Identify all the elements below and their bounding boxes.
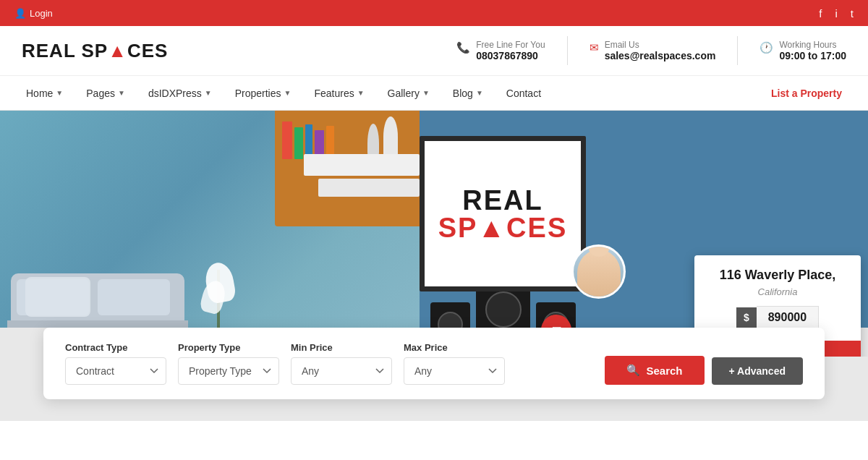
nav-features-label: Features	[314, 88, 354, 99]
contract-type-field: Contract Type Contract	[65, 342, 166, 385]
hero-frame-real: REAL	[462, 187, 542, 214]
price-currency: $	[736, 307, 757, 328]
nav-blog[interactable]: Blog ▼	[441, 76, 495, 111]
chevron-down-icon: ▼	[118, 89, 125, 97]
min-price-select[interactable]: Any	[291, 357, 392, 385]
nav-list-property-label: List a Property	[771, 88, 842, 99]
nav-properties[interactable]: Properties ▼	[224, 76, 303, 111]
shelf-decoration	[275, 111, 420, 226]
chevron-down-icon: ▼	[357, 89, 365, 97]
nav-contact-label: Contact	[506, 88, 541, 99]
nav-gallery-label: Gallery	[388, 88, 420, 99]
nav-pages[interactable]: Pages ▼	[75, 76, 137, 111]
main-nav: Home ▼ Pages ▼ dsIDXPress ▼ Properties ▼…	[0, 76, 868, 111]
avatar	[571, 244, 626, 299]
login-button[interactable]: 👤 Login	[14, 8, 53, 19]
search-icon: 🔍	[626, 364, 640, 377]
chevron-down-icon: ▼	[422, 89, 430, 97]
social-links: f i t	[819, 7, 854, 20]
chevron-down-icon: ▼	[476, 89, 483, 97]
nav-blog-label: Blog	[453, 88, 473, 99]
hero-left-bg	[0, 111, 420, 357]
hero-frame: REAL SP▲CES	[420, 136, 586, 291]
search-button[interactable]: 🔍 Search	[605, 356, 704, 385]
freeline-label: Free Line For You	[476, 40, 545, 50]
max-price-label: Max Price	[404, 342, 505, 353]
header: REAL SP▲CES 📞 Free Line For You 08037867…	[0, 26, 868, 76]
nav-pages-label: Pages	[86, 88, 115, 99]
chevron-down-icon: ▼	[56, 89, 63, 97]
property-type-label: Property Type	[178, 342, 279, 353]
hours-contact: 🕐 Working Hours 09:00 to 17:00	[760, 40, 846, 61]
nav-dsidxpress[interactable]: dsIDXPress ▼	[137, 76, 224, 111]
user-icon: 👤	[14, 8, 26, 19]
max-price-select[interactable]: Any	[404, 357, 505, 385]
max-price-field: Max Price Any	[404, 342, 505, 385]
property-type-field: Property Type Property Type	[178, 342, 279, 385]
min-price-label: Min Price	[291, 342, 392, 353]
property-location: California	[706, 286, 849, 297]
min-price-field: Min Price Any	[291, 342, 392, 385]
contact-divider-2	[737, 36, 738, 65]
nav-properties-label: Properties	[235, 88, 281, 99]
freeline-number: 08037867890	[476, 50, 545, 61]
nav-home[interactable]: Home ▼	[14, 76, 75, 111]
header-contact: 📞 Free Line For You 08037867890 ✉ Email …	[456, 36, 846, 65]
property-price: $ 890000	[706, 306, 849, 329]
clock-icon: 🕐	[760, 41, 773, 54]
freeline-contact: 📞 Free Line For You 08037867890	[456, 40, 545, 61]
twitter-icon[interactable]: t	[851, 7, 854, 20]
email-label: Email Us	[605, 40, 716, 50]
hero-section: REAL SP▲CES ✉ 116 Waverly Place, Califor…	[0, 111, 868, 357]
hours-label: Working Hours	[779, 40, 846, 50]
nav-gallery[interactable]: Gallery ▼	[376, 76, 441, 111]
nav-list-property[interactable]: List a Property	[760, 76, 854, 111]
contract-type-select[interactable]: Contract	[65, 357, 166, 385]
instagram-icon[interactable]: i	[835, 7, 837, 20]
chevron-down-icon: ▼	[284, 89, 292, 97]
search-label: Search	[646, 365, 682, 377]
contact-divider-1	[567, 36, 568, 65]
nav-home-label: Home	[26, 88, 53, 99]
email-icon: ✉	[590, 41, 599, 54]
login-label: Login	[30, 8, 53, 19]
chevron-down-icon: ▼	[205, 89, 212, 97]
phone-icon: 📞	[456, 41, 470, 54]
search-bar: Contract Type Contract Property Type Pro…	[43, 328, 825, 399]
nav-contact[interactable]: Contact	[495, 76, 553, 111]
contract-type-label: Contract Type	[65, 342, 166, 353]
property-address: 116 Waverly Place,	[706, 267, 849, 284]
top-bar: 👤 Login f i t	[0, 0, 868, 26]
hero-frame-spaces: SP▲CES	[438, 214, 567, 242]
property-type-select[interactable]: Property Type	[178, 357, 279, 385]
price-amount: 890000	[757, 306, 819, 329]
email-address: sales@realspaces.com	[605, 50, 716, 61]
logo: REAL SP▲CES	[22, 40, 168, 62]
search-fields: Contract Type Contract Property Type Pro…	[65, 342, 803, 385]
hours-value: 09:00 to 17:00	[779, 50, 846, 61]
nav-features[interactable]: Features ▼	[302, 76, 375, 111]
email-contact: ✉ Email Us sales@realspaces.com	[590, 40, 716, 61]
nav-dsidxpress-label: dsIDXPress	[148, 88, 202, 99]
advanced-button[interactable]: + Advanced	[712, 357, 803, 385]
facebook-icon[interactable]: f	[819, 7, 822, 20]
